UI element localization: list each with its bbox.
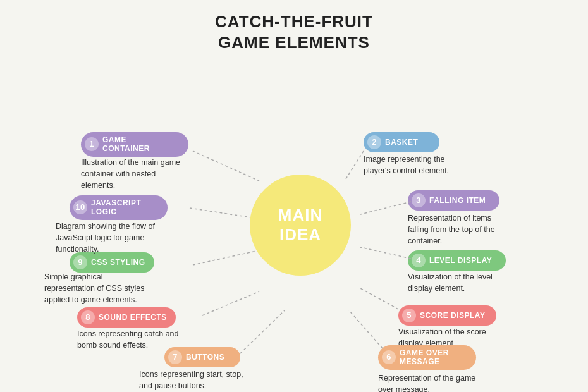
badge-label-10: JAVASCRIPTLOGIC: [91, 199, 141, 217]
title-line1: CATCH-THE-FRUIT: [6, 11, 582, 32]
svg-line-5: [349, 310, 383, 348]
badge-1: 1 GAMECONTAINER: [81, 132, 188, 157]
badge-num-6: 6: [382, 350, 396, 364]
badge-label-1: GAMECONTAINER: [102, 135, 150, 154]
badge-num-10: 10: [73, 200, 87, 214]
desc-10: Diagram showing the flow of JavaScript l…: [56, 221, 166, 255]
badge-num-5: 5: [402, 309, 416, 322]
center-line1: MAIN: [278, 205, 322, 225]
desc-7: Icons representing start, stop, and paus…: [139, 369, 247, 391]
svg-line-7: [202, 291, 259, 315]
badge-3: 3 FALLING ITEM: [408, 190, 499, 211]
badge-label-8: SOUND EFFECTS: [99, 313, 167, 322]
badge-4: 4 LEVEL DISPLAY: [408, 250, 506, 271]
badge-5: 5 SCORE DISPLAY: [398, 305, 496, 326]
svg-line-9: [190, 208, 259, 219]
badge-10: 10 JAVASCRIPTLOGIC: [70, 195, 168, 220]
diagram-area: MAIN IDEA 1 GAMECONTAINER Illustration o…: [6, 58, 588, 392]
badge-label-9: CSS STYLING: [91, 258, 145, 267]
svg-line-2: [360, 202, 411, 214]
page: CATCH-THE-FRUIT GAME ELEMENTS: [0, 0, 588, 392]
svg-line-8: [193, 250, 259, 265]
badge-num-1: 1: [85, 137, 99, 151]
svg-line-4: [360, 288, 398, 309]
badge-num-2: 2: [367, 135, 381, 149]
desc-2: Image representing the player's control …: [364, 154, 468, 176]
badge-label-5: SCORE DISPLAY: [420, 311, 485, 320]
desc-4: Visualization of the level display eleme…: [408, 271, 512, 294]
badge-num-4: 4: [412, 254, 426, 267]
title-line2: GAME ELEMENTS: [6, 32, 582, 53]
badge-label-3: FALLING ITEM: [429, 196, 486, 205]
svg-line-1: [345, 151, 364, 181]
badge-2: 2 BASKET: [364, 132, 439, 152]
main-title: CATCH-THE-FRUIT GAME ELEMENTS: [6, 6, 582, 52]
desc-6: Representation of the game over message.: [378, 372, 482, 392]
badge-label-7: BUTTONS: [186, 353, 224, 362]
badge-num-9: 9: [73, 255, 87, 269]
badge-label-2: BASKET: [385, 138, 418, 147]
badge-label-6: GAME OVERMESSAGE: [400, 348, 449, 367]
badge-8: 8 SOUND EFFECTS: [77, 307, 176, 328]
desc-9: Simple graphical representation of CSS s…: [44, 271, 155, 305]
badge-num-3: 3: [412, 193, 426, 207]
desc-8: Icons representing catch and bomb sound …: [77, 328, 185, 351]
svg-line-3: [360, 247, 411, 259]
badge-num-8: 8: [81, 310, 95, 324]
desc-1: Illustration of the main game container …: [81, 157, 192, 191]
center-circle: MAIN IDEA: [250, 175, 351, 276]
badge-6: 6 GAME OVERMESSAGE: [378, 345, 476, 370]
center-line2: IDEA: [278, 225, 322, 245]
badge-9: 9 CSS STYLING: [70, 252, 154, 273]
badge-num-7: 7: [168, 350, 182, 364]
desc-3: Representation of items falling from the…: [408, 212, 512, 247]
svg-line-0: [193, 151, 259, 181]
svg-line-6: [240, 310, 285, 353]
badge-label-4: LEVEL DISPLAY: [429, 256, 492, 265]
